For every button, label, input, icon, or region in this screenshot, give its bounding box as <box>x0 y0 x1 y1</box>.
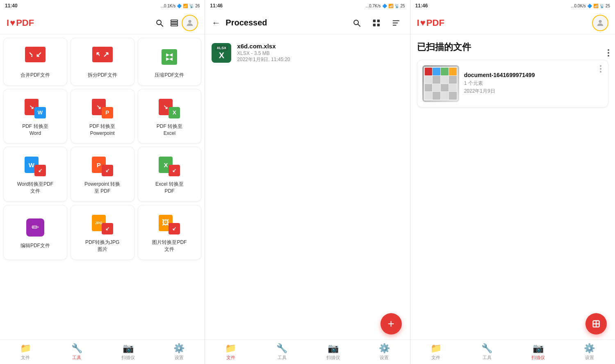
avatar-icon-3 <box>596 18 605 27</box>
tools-icon-3: 🔧 <box>481 343 492 354</box>
svg-point-6 <box>354 20 358 25</box>
tool-icon-merge: ↘ ↙ <box>25 46 46 68</box>
svg-rect-10 <box>373 23 375 26</box>
scan-fab-icon <box>591 318 601 329</box>
tool-img2pdf[interactable]: 🖼 ↙ 图片转换至PDF文件 <box>138 205 202 260</box>
logo-heart-3: ♥ <box>420 18 426 28</box>
file-date-xlsx: 2022年1月9日, 11:45:20 <box>237 56 403 63</box>
bluetooth-icon-1: 🔷 <box>177 4 182 8</box>
nav-settings-1[interactable]: ⚙️ 设置 <box>153 343 205 361</box>
tool-icon-pdf2excel: ↘ X <box>159 98 180 119</box>
scan-thumbnail <box>422 65 459 102</box>
files-icon-2: 📁 <box>225 343 236 354</box>
wifi-icon-2: 📡 <box>394 4 399 8</box>
panel-processed: 11:46 ...0.7K/s 🔷 📶 📡 25 ← Processed <box>205 0 410 364</box>
tool-pdf2excel[interactable]: ↘ X PDF 转换至Excel <box>138 89 202 144</box>
layers-btn-1[interactable] <box>167 16 182 30</box>
nav-scanner-3[interactable]: 📷 扫描仪 <box>512 343 564 361</box>
nav-tools-3[interactable]: 🔧 工具 <box>461 343 512 361</box>
nav-files-3[interactable]: 📁 文件 <box>410 343 462 361</box>
files-label-1: 文件 <box>21 355 30 361</box>
back-button[interactable]: ← <box>212 18 221 28</box>
section-more-button[interactable] <box>608 49 609 57</box>
file-item-xlsx[interactable]: XLSX X x6d.com.xlsx XLSX - 3.5 MB 2022年1… <box>205 38 410 68</box>
nav-tools-1[interactable]: 🔧 工具 <box>51 343 102 361</box>
nav-scanner-2[interactable]: 📷 扫描仪 <box>308 343 359 361</box>
nav-settings-3[interactable]: ⚙️ 设置 <box>564 343 615 361</box>
settings-label-2: 设置 <box>380 355 389 361</box>
tools-label-1: 工具 <box>72 355 81 361</box>
scanner-icon-2: 📷 <box>328 343 339 354</box>
file-info-xlsx: x6d.com.xlsx XLSX - 3.5 MB 2022年1月9日, 11… <box>237 43 403 63</box>
tool-icon-ppt2pdf: P ↙ <box>92 155 113 177</box>
settings-icon-1: ⚙️ <box>173 343 184 354</box>
files-label-3: 文件 <box>431 355 440 361</box>
file-type-size: XLSX - 3.5 MB <box>237 50 269 56</box>
three-dots-icon <box>600 65 601 73</box>
grid-btn-2[interactable] <box>369 16 384 30</box>
search-btn-2[interactable] <box>349 16 364 30</box>
tool-icon-excel2pdf: X ↙ <box>159 155 180 177</box>
svg-line-7 <box>358 24 360 26</box>
nav-settings-2[interactable]: ⚙️ 设置 <box>359 343 410 361</box>
tool-icon-word2pdf: W ↙ <box>25 155 46 177</box>
scanner-icon-1: 📷 <box>123 343 134 354</box>
tool-label-pdf2word: PDF 转换至Word <box>22 123 48 137</box>
svg-point-0 <box>157 20 161 25</box>
tool-pdf2ppt[interactable]: ↘ P PDF 转换至Powerpoint <box>71 89 134 144</box>
tool-pdf2word[interactable]: ↘ W PDF 转换至Word <box>3 89 67 144</box>
wifi-icon-3: 📡 <box>599 4 604 8</box>
svg-rect-2 <box>171 20 178 21</box>
sort-btn-2[interactable] <box>389 16 403 30</box>
tool-label-pdf2excel: PDF 转换至Excel <box>157 123 182 137</box>
svg-rect-4 <box>171 24 178 26</box>
scanner-label-2: 扫描仪 <box>326 355 340 361</box>
tool-label-ppt2pdf: Powerpoint 转换至 PDF <box>84 181 120 195</box>
tool-word2pdf[interactable]: W ↙ Word转换至PDF文件 <box>3 147 67 202</box>
tool-label-excel2pdf: Excel 转换至PDF <box>155 181 184 195</box>
tools-content: ↘ ↙ 合并PDF文件 ↖ <box>0 34 205 339</box>
tool-excel2pdf[interactable]: X ↙ Excel 转换至PDF <box>138 147 202 202</box>
tool-merge-pdf[interactable]: ↘ ↙ 合并PDF文件 <box>3 38 67 86</box>
tools-label-3: 工具 <box>483 355 492 361</box>
scan-content: 已扫描的文件 <box>410 34 615 339</box>
avatar-btn-1[interactable] <box>182 15 198 31</box>
scanner-label-1: 扫描仪 <box>121 355 135 361</box>
scan-section-title: 已扫描的文件 <box>417 41 608 53</box>
fab-scan-button[interactable] <box>585 313 607 334</box>
scan-card-more-button[interactable] <box>598 65 603 73</box>
avatar-btn-3[interactable] <box>592 15 608 31</box>
tool-label-compress: 压缩PDF文件 <box>155 72 184 79</box>
tool-split-pdf[interactable]: ↖ ↗ 拆分PDF文件 <box>71 38 134 86</box>
settings-label-3: 设置 <box>585 355 594 361</box>
wifi-icon-1: 📡 <box>189 4 194 8</box>
tool-icon-pdf2jpg: JPG ↙ <box>92 214 113 235</box>
status-bar-panel1: 11:40 ...0.1K/s 🔷 📶 📡 26 <box>0 0 205 11</box>
nav-files-1[interactable]: 📁 文件 <box>0 343 51 361</box>
tools-grid: ↘ ↙ 合并PDF文件 ↖ <box>3 38 201 260</box>
scanner-label-3: 扫描仪 <box>531 355 545 361</box>
tool-compress-pdf[interactable]: ▶◀ ▶◀ 压缩PDF文件 <box>138 38 202 86</box>
avatar-icon-1 <box>185 18 194 27</box>
search-btn-1[interactable] <box>152 16 167 30</box>
status-time-2: 11:46 <box>210 3 223 9</box>
signal-text-3: ...0.0K/s <box>571 4 586 8</box>
layers-icon <box>170 18 179 27</box>
top-nav-panel1: I ♥ PDF <box>0 11 205 34</box>
tool-ppt2pdf[interactable]: P ↙ Powerpoint 转换至 PDF <box>71 147 134 202</box>
tool-edit-pdf[interactable]: ✏ 编辑PDF文件 <box>3 205 67 260</box>
scan-doc-elements: 1 个元素 <box>464 80 593 87</box>
tool-label-pdf2ppt: PDF 转换至Powerpoint <box>89 123 115 137</box>
tool-pdf2jpg[interactable]: JPG ↙ PDF转换为JPG图片 <box>71 205 134 260</box>
nav-scanner-1[interactable]: 📷 扫描仪 <box>102 343 154 361</box>
tools-icon-2: 🔧 <box>276 343 287 354</box>
search-icon <box>155 18 164 27</box>
fab-add-button[interactable]: + <box>380 313 402 334</box>
settings-label-1: 设置 <box>175 355 184 361</box>
signal-icon-2: 📶 <box>388 4 393 8</box>
svg-rect-8 <box>373 19 375 22</box>
processed-title: Processed <box>226 18 344 27</box>
nav-files-2[interactable]: 📁 文件 <box>205 343 256 361</box>
scan-document-card[interactable]: document-1641699971499 1 个元素 2022年1月9日 <box>417 60 608 107</box>
nav-tools-2[interactable]: 🔧 工具 <box>256 343 308 361</box>
